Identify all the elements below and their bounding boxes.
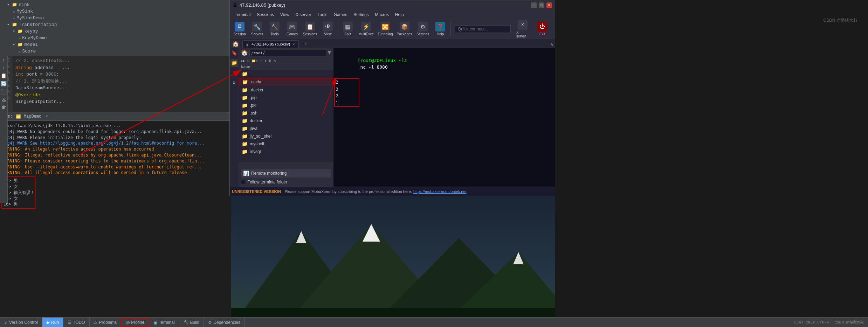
path-dropdown-icon[interactable]: ▼ <box>328 50 331 56</box>
todo-btn[interactable]: ☰ TODO <box>63 318 89 327</box>
fb-item-ssh[interactable]: 📁 .ssh <box>239 109 333 117</box>
run-close-icon[interactable]: ✕ <box>46 114 48 119</box>
ide-tool-3[interactable]: 📋 <box>1 73 7 79</box>
fb-upload-icon[interactable]: ⬆ <box>260 59 262 63</box>
toolbar-exit[interactable]: ⏻ Exit <box>534 20 551 37</box>
fb-item-docker-hidden[interactable]: 📁 .docker <box>239 86 333 94</box>
tab-label: 47.92.146.85 (pubkey) <box>252 42 290 46</box>
menu-macros[interactable]: Macros <box>372 12 392 18</box>
menu-terminal[interactable]: Terminal <box>232 12 253 18</box>
ide-tool-1[interactable]: ↑ <box>2 57 5 63</box>
tree-item-score[interactable]: ☕ Score <box>0 48 231 55</box>
ide-tool-7[interactable]: 🗑 <box>1 105 6 110</box>
toolbar-tunneling[interactable]: 🔀 Tunneling <box>376 20 394 37</box>
nav-bookmark[interactable]: 🔖 <box>230 49 238 57</box>
fb-item-cache[interactable]: 📁 .cache <box>239 78 333 86</box>
nav-info[interactable]: ℹ <box>230 69 238 77</box>
tab-edit-button[interactable]: ✎ <box>551 42 553 48</box>
fb-refresh-icon[interactable]: ↻ <box>247 59 249 63</box>
menu-view[interactable]: View <box>277 12 292 18</box>
session-tab-active[interactable]: 2. 47.92.146.85 (pubkey) ✕ <box>242 40 299 48</box>
code-editor: 15192021222324 // 2. socketTextS... Stri… <box>0 56 231 112</box>
path-input[interactable] <box>249 50 326 56</box>
toolbar-sessions[interactable]: 📋 Sessions <box>301 20 319 37</box>
nav-settings[interactable]: ⚙ <box>230 79 238 86</box>
build-label: Build <box>190 320 200 325</box>
toolbar-xserver[interactable]: X X server <box>514 19 531 39</box>
tree-item-model[interactable]: ▾ 📁 model <box>0 41 231 48</box>
moba-terminal[interactable]: [root@ZOFLinux ~]# nc -l 8080 2 3 2 1 <box>333 48 555 187</box>
follow-terminal-checkbox[interactable] <box>241 180 245 184</box>
toolbar-help[interactable]: ❓ Help <box>432 20 449 37</box>
ide-tool-4[interactable]: 🔄 <box>1 81 7 87</box>
minimize-button[interactable]: ─ <box>531 2 537 8</box>
dependencies-btn[interactable]: ⚙ Dependencies <box>204 318 245 327</box>
fb-delete-icon[interactable]: 🗑 <box>268 59 272 63</box>
quick-connect-input[interactable] <box>455 25 511 33</box>
todo-icon: ☰ <box>68 320 71 325</box>
nav-folder[interactable]: 📁 <box>230 59 238 67</box>
problems-label: Problems <box>99 320 117 325</box>
menu-sessions[interactable]: Sessions <box>254 12 277 18</box>
terminal-btn[interactable]: ▣ Terminal <box>149 318 179 327</box>
toolbar-settings[interactable]: ⚙ Settings <box>414 20 431 37</box>
fb-item-mysql[interactable]: 📁 mysql <box>239 148 333 155</box>
fb-item-myshell[interactable]: 📁 myshell <box>239 140 333 148</box>
menu-xserver[interactable]: X server <box>293 12 314 18</box>
fb-edit-icon[interactable]: ✎ <box>274 59 276 63</box>
ide-tool-5[interactable]: ⬛ <box>1 89 7 95</box>
toolbar-tools[interactable]: 🔨 Tools <box>266 20 283 37</box>
path-bar: 🏠 ▼ <box>239 48 333 58</box>
tab-add-button[interactable]: ＋ <box>299 40 311 48</box>
fb-item-pki[interactable]: 📁 .pki <box>239 102 333 109</box>
toolbar-view[interactable]: 👁 View <box>319 20 336 37</box>
ide-tool-2[interactable]: ↓ <box>2 65 5 71</box>
fb-item-docker[interactable]: 📁 docker <box>239 117 333 125</box>
toolbar-servers[interactable]: 🔧 Servers <box>249 20 266 37</box>
tree-item-sink[interactable]: ▾ 📁 sink <box>0 1 231 8</box>
fb-download-icon[interactable]: ⬇ <box>264 59 266 63</box>
fb-item-jly[interactable]: 📁 jly_sql_shell <box>239 132 333 140</box>
toolbar-split[interactable]: ▦ Split <box>339 20 356 37</box>
moba-title-text: 47.92.146.85 (pubkey) <box>240 2 285 8</box>
toolbar-games[interactable]: 🎮 Games <box>284 20 301 37</box>
toolbar-packages[interactable]: 📦 Packages <box>395 20 414 37</box>
tree-item-mysink[interactable]: ☕ MySink <box>0 8 231 15</box>
problems-btn[interactable]: ⚠ Problems <box>90 318 122 327</box>
mobatek-link[interactable]: https://mobaxterm.mobatek.net <box>413 189 467 194</box>
fb-scrollbar-h[interactable] <box>239 162 333 167</box>
ide-tool-6[interactable]: 🖨 <box>1 97 6 103</box>
fb-forward-icon[interactable]: ▶ <box>243 59 245 63</box>
maximize-button[interactable]: □ <box>539 2 544 8</box>
run-btn[interactable]: ▶ Run <box>42 318 63 327</box>
profiler-btn[interactable]: ◎ Profiler <box>121 318 149 327</box>
close-button[interactable]: ✕ <box>546 2 552 8</box>
fb-item-java[interactable]: 📁 java <box>239 125 333 132</box>
tree-item-keyby[interactable]: ▾ 📁 keyby <box>0 28 231 35</box>
console-output-15: 15> 女 <box>4 196 35 202</box>
tree-item-keybydemo[interactable]: ☕ KeyByDemo <box>0 35 231 41</box>
toolbar-session[interactable]: 🖥 Session <box>231 20 248 37</box>
menu-help[interactable]: Help <box>392 12 407 18</box>
tab-close-button[interactable]: ✕ <box>292 42 295 46</box>
fb-new-folder-icon[interactable]: 📁+ <box>252 59 258 63</box>
menu-tools[interactable]: Tools <box>315 12 330 18</box>
toolbar-multiexec[interactable]: ⚡ MultiExec <box>357 20 376 37</box>
console-line-w3: WARNING: Please consider reporting this … <box>2 158 229 164</box>
folder-icon-transformation: ▾ 📁 <box>7 22 17 27</box>
version-control-btn[interactable]: ↙ Version Control <box>0 318 42 327</box>
console-line-log4j3[interactable]: log4j:WARN See http://logging.apache.org… <box>2 140 229 146</box>
home-tab-icon[interactable]: 🏠 <box>231 41 240 48</box>
fb-item-parent[interactable]: 📁 .. <box>239 70 333 78</box>
console-line-w5: WARNING: All illegal access operations w… <box>2 170 229 176</box>
tree-item-mysinkdemo[interactable]: ☕ MySinkDemo <box>0 15 231 21</box>
sessions-label: Sessions <box>303 32 317 36</box>
fb-item-pip[interactable]: 📁 .pip <box>239 94 333 102</box>
menu-settings[interactable]: Settings <box>351 12 371 18</box>
build-btn[interactable]: 🔨 Build <box>179 318 204 327</box>
remote-monitoring-btn[interactable]: 📊 Remote monitoring <box>241 169 331 178</box>
tree-item-transformation[interactable]: ▾ 📁 Transformation <box>0 21 231 28</box>
fb-back-icon[interactable]: ◀ <box>240 59 242 63</box>
session-icon: 🖥 <box>235 22 244 32</box>
menu-games[interactable]: Games <box>331 12 350 18</box>
